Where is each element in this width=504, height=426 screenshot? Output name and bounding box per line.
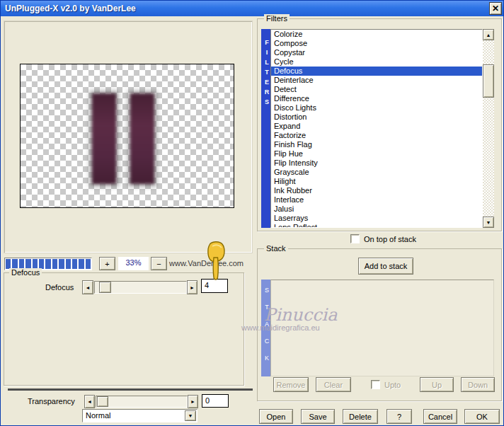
- stack-group-title: Stack: [264, 244, 288, 253]
- filter-list-item[interactable]: Expand: [271, 122, 482, 131]
- filter-list-item[interactable]: Interlace: [271, 195, 482, 205]
- filter-list-item[interactable]: Grayscale: [271, 168, 482, 177]
- save-button[interactable]: Save: [301, 409, 335, 424]
- filter-list-item[interactable]: Flip Hue: [271, 149, 482, 159]
- transparency-value-input[interactable]: 0: [202, 394, 229, 408]
- filter-list-item[interactable]: Lens Reflect: [271, 223, 482, 228]
- arrow-down-icon: ▼: [486, 220, 491, 225]
- up-button[interactable]: Up: [420, 377, 454, 392]
- window-title: UnPlugged-X v2.0 by VanDerLee: [5, 4, 136, 13]
- chevron-down-icon: ▼: [188, 413, 193, 418]
- filters-vertical-banner: FILTERS: [261, 29, 270, 228]
- scroll-down-button[interactable]: ▼: [483, 217, 494, 228]
- blend-mode-dropdown[interactable]: Normal ▼: [82, 409, 197, 422]
- preview-image[interactable]: [20, 64, 234, 208]
- transparency-label: Transparency: [28, 397, 75, 405]
- upto-checkbox[interactable]: [371, 380, 380, 389]
- clear-button[interactable]: Clear: [316, 377, 351, 392]
- scroll-up-button[interactable]: ▲: [483, 29, 494, 40]
- progress-fill: [6, 259, 91, 269]
- on-top-of-stack-checkbox[interactable]: [350, 234, 360, 243]
- title-bar[interactable]: UnPlugged-X v2.0 by VanDerLee: [1, 1, 504, 16]
- filter-list-item[interactable]: Laserrays: [271, 214, 482, 223]
- defocus-decrement-button[interactable]: ◄: [82, 280, 93, 294]
- close-button[interactable]: ✕: [489, 2, 502, 15]
- filter-list-item[interactable]: Deinterlace: [271, 76, 482, 85]
- filter-list-item[interactable]: Finish Flag: [271, 140, 482, 149]
- filter-list-item[interactable]: Difference: [271, 94, 482, 103]
- arrow-left-icon: ◄: [87, 399, 92, 404]
- watermark-url: www.maidiregrafica.eu: [241, 323, 320, 332]
- close-icon: ✕: [492, 4, 499, 13]
- down-button[interactable]: Down: [461, 377, 495, 392]
- filter-list-item[interactable]: Factorize: [271, 131, 482, 140]
- ok-button[interactable]: OK: [464, 409, 500, 424]
- preview-pillar-right: [130, 93, 154, 184]
- filter-list-item[interactable]: Detect: [271, 85, 482, 94]
- transparency-increment-button[interactable]: ►: [188, 395, 198, 408]
- bottom-divider: [8, 388, 253, 391]
- defocus-increment-button[interactable]: ►: [187, 280, 197, 294]
- arrow-right-icon: ►: [190, 285, 195, 290]
- filter-list-item[interactable]: Defocus: [271, 67, 482, 76]
- filter-list-item[interactable]: Jalusi: [271, 205, 482, 214]
- filter-list-item[interactable]: Copystar: [271, 48, 482, 57]
- minus-icon: −: [156, 260, 161, 268]
- arrow-up-icon: ▲: [486, 33, 491, 38]
- remove-button[interactable]: Remove: [273, 377, 309, 392]
- on-top-of-stack-label: On top of stack: [364, 235, 416, 243]
- filters-list[interactable]: ColorizeComposeCopystarCycleDefocusDeint…: [270, 29, 483, 228]
- transparency-slider-thumb[interactable]: [97, 396, 108, 407]
- help-button[interactable]: ?: [386, 409, 412, 424]
- filters-group-title: Filters: [264, 14, 290, 23]
- plus-icon: +: [105, 260, 109, 268]
- arrow-left-icon: ◄: [86, 285, 91, 290]
- filter-list-item[interactable]: Hilight: [271, 177, 482, 186]
- blend-mode-value: Normal: [86, 411, 110, 420]
- filter-list-item[interactable]: Compose: [271, 39, 482, 48]
- plugin-dialog: UnPlugged-X v2.0 by VanDerLee ✕ + 33% − …: [0, 0, 504, 426]
- add-to-stack-button[interactable]: Add to stack: [358, 258, 413, 275]
- filter-list-item[interactable]: Colorize: [271, 30, 482, 39]
- filters-scrollbar[interactable]: ▲ ▼: [483, 29, 494, 228]
- zoom-in-button[interactable]: +: [99, 257, 115, 270]
- preview-pillar-left: [92, 93, 116, 184]
- filter-list-item[interactable]: Flip Intensity: [271, 159, 482, 168]
- defocus-slider-thumb[interactable]: [99, 282, 111, 293]
- filter-list-item[interactable]: Distortion: [271, 113, 482, 122]
- cancel-button[interactable]: Cancel: [423, 409, 457, 424]
- zoom-level-display: 33%: [118, 257, 149, 270]
- open-button[interactable]: Open: [259, 409, 293, 424]
- upto-label: Upto: [384, 381, 401, 389]
- pointing-hand-icon: [205, 241, 227, 282]
- transparency-slider-track[interactable]: [96, 396, 188, 408]
- defocus-group-title: Defocus: [9, 268, 42, 277]
- arrow-right-icon: ►: [190, 399, 195, 404]
- filter-list-item[interactable]: Ink Rubber: [271, 186, 482, 195]
- filter-list-item[interactable]: Cycle: [271, 57, 482, 67]
- filter-list-item[interactable]: Disco Lights: [271, 103, 482, 113]
- watermark-name: Pinuccia: [264, 305, 338, 325]
- defocus-slider-label: Defocus: [45, 283, 74, 292]
- zoom-out-button[interactable]: −: [151, 257, 167, 270]
- transparency-decrement-button[interactable]: ◄: [84, 395, 95, 408]
- delete-button[interactable]: Delete: [343, 409, 378, 424]
- dropdown-button[interactable]: ▼: [185, 410, 196, 421]
- scrollbar-thumb[interactable]: [483, 64, 494, 98]
